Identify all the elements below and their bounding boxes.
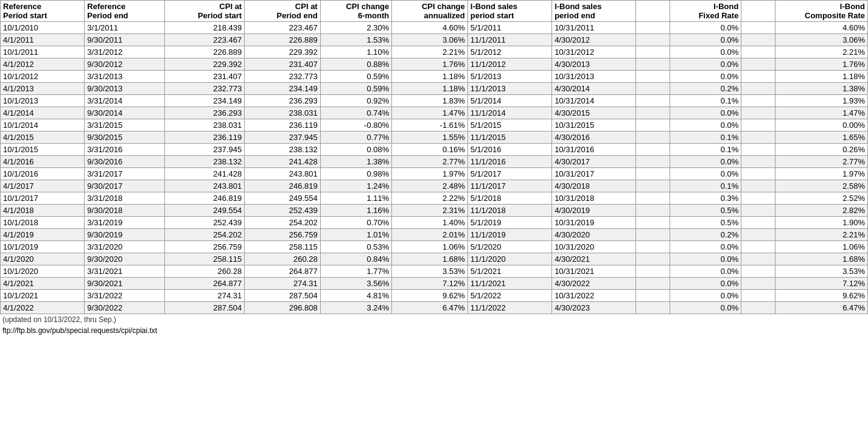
table-cell: 3/31/2019 — [85, 217, 164, 229]
table-cell: 9/30/2014 — [85, 107, 164, 119]
table-cell: 10/1/2020 — [1, 265, 85, 278]
table-cell: 1.93% — [775, 95, 867, 107]
table-cell: 236.119 — [245, 119, 321, 132]
table-cell: 9/30/2018 — [85, 205, 164, 217]
table-cell: 0.3% — [670, 192, 741, 205]
table-cell: 2.82% — [775, 205, 867, 217]
table-cell: 0.5% — [670, 205, 741, 217]
table-cell: 1.06% — [775, 241, 867, 253]
table-cell: 252.439 — [164, 217, 244, 229]
table-cell: 254.202 — [245, 217, 321, 229]
table-cell: 10/1/2016 — [1, 168, 85, 180]
table-cell: 1.97% — [775, 168, 867, 180]
table-cell: 0.0% — [670, 253, 741, 265]
table-cell: 4/30/2015 — [552, 107, 636, 119]
table-row: 4/1/20159/30/2015236.119237.9450.77%1.55… — [1, 132, 868, 144]
table-cell: 9/30/2021 — [85, 278, 164, 290]
header-cpi-change-6month: CPI change 6-month — [320, 1, 392, 22]
table-cell: 256.759 — [164, 241, 244, 253]
table-cell: 7.12% — [392, 278, 468, 290]
table-cell: 1.65% — [775, 132, 867, 144]
table-cell — [636, 95, 670, 107]
table-cell: 232.773 — [164, 83, 244, 95]
table-cell — [741, 107, 775, 119]
table-cell: 4/30/2022 — [552, 278, 636, 290]
table-cell: 3.06% — [392, 34, 468, 46]
table-cell: 3/31/2014 — [85, 95, 164, 107]
ibond-table: Reference Period start Reference Period … — [0, 0, 868, 314]
table-cell: 10/31/2011 — [552, 22, 636, 34]
table-cell: 4/1/2012 — [1, 58, 85, 71]
table-cell: 9/30/2017 — [85, 180, 164, 192]
table-cell — [741, 119, 775, 132]
table-cell: 1.68% — [775, 253, 867, 265]
table-cell: -0.80% — [320, 119, 392, 132]
table-cell: 11/1/2011 — [467, 34, 551, 46]
table-cell: 1.40% — [392, 217, 468, 229]
table-cell: 4/1/2013 — [1, 83, 85, 95]
table-cell: 4/1/2016 — [1, 156, 85, 168]
table-cell: 0.70% — [320, 217, 392, 229]
table-cell — [636, 192, 670, 205]
table-cell: 238.031 — [164, 119, 244, 132]
table-cell: 5/1/2022 — [467, 290, 551, 302]
table-cell: 1.38% — [320, 156, 392, 168]
table-cell: 2.30% — [320, 22, 392, 34]
table-cell — [741, 156, 775, 168]
table-cell: 3/31/2020 — [85, 241, 164, 253]
table-cell: 241.428 — [164, 168, 244, 180]
table-cell: 0.08% — [320, 144, 392, 156]
table-cell: 0.0% — [670, 168, 741, 180]
table-row: 10/1/20123/31/2013231.407232.7730.59%1.1… — [1, 71, 868, 83]
table-row: 10/1/20143/31/2015238.031236.119-0.80%-1… — [1, 119, 868, 132]
table-cell: 0.74% — [320, 107, 392, 119]
table-cell: 0.0% — [670, 290, 741, 302]
header-ibond-composite-rate: I-Bond Composite Rate — [775, 1, 867, 22]
table-cell: 229.392 — [164, 58, 244, 71]
table-cell: 1.68% — [392, 253, 468, 265]
table-cell: 9/30/2019 — [85, 229, 164, 241]
table-cell: 249.554 — [245, 192, 321, 205]
table-cell: 254.202 — [164, 229, 244, 241]
table-cell: 287.504 — [245, 290, 321, 302]
table-cell: 238.132 — [164, 156, 244, 168]
table-cell: 5/1/2021 — [467, 265, 551, 278]
table-cell: 0.1% — [670, 144, 741, 156]
table-cell: 4/30/2019 — [552, 205, 636, 217]
table-cell: 0.2% — [670, 229, 741, 241]
table-row: 4/1/20219/30/2021264.877274.313.56%7.12%… — [1, 278, 868, 290]
table-cell: 5/1/2017 — [467, 168, 551, 180]
header-ref-period-end: Reference Period end — [85, 1, 164, 22]
table-cell: 5/1/2018 — [467, 192, 551, 205]
table-cell — [741, 144, 775, 156]
table-cell: 0.1% — [670, 95, 741, 107]
table-cell: 1.83% — [392, 95, 468, 107]
table-cell: 11/1/2013 — [467, 83, 551, 95]
table-cell: 10/31/2014 — [552, 95, 636, 107]
table-cell: 3/31/2015 — [85, 119, 164, 132]
table-cell: 0.00% — [775, 119, 867, 132]
table-cell: 1.90% — [775, 217, 867, 229]
table-cell — [636, 46, 670, 58]
table-cell — [741, 58, 775, 71]
table-cell — [636, 22, 670, 34]
table-row: 4/1/20149/30/2014236.293238.0310.74%1.47… — [1, 107, 868, 119]
table-cell — [741, 290, 775, 302]
table-cell: 5/1/2013 — [467, 71, 551, 83]
table-cell: 11/1/2021 — [467, 278, 551, 290]
table-cell: 9/30/2020 — [85, 253, 164, 265]
table-cell: 5/1/2012 — [467, 46, 551, 58]
table-cell: 0.0% — [670, 241, 741, 253]
table-cell — [741, 302, 775, 314]
table-cell: 0.84% — [320, 253, 392, 265]
table-cell: 246.819 — [164, 192, 244, 205]
table-cell: 1.77% — [320, 265, 392, 278]
table-cell: 10/1/2017 — [1, 192, 85, 205]
table-cell: 11/1/2012 — [467, 58, 551, 71]
table-cell: 10/31/2012 — [552, 46, 636, 58]
table-cell: 5/1/2011 — [467, 22, 551, 34]
table-cell: 2.21% — [775, 46, 867, 58]
table-cell: 10/1/2010 — [1, 22, 85, 34]
table-cell: 0.0% — [670, 22, 741, 34]
table-cell: 11/1/2020 — [467, 253, 551, 265]
